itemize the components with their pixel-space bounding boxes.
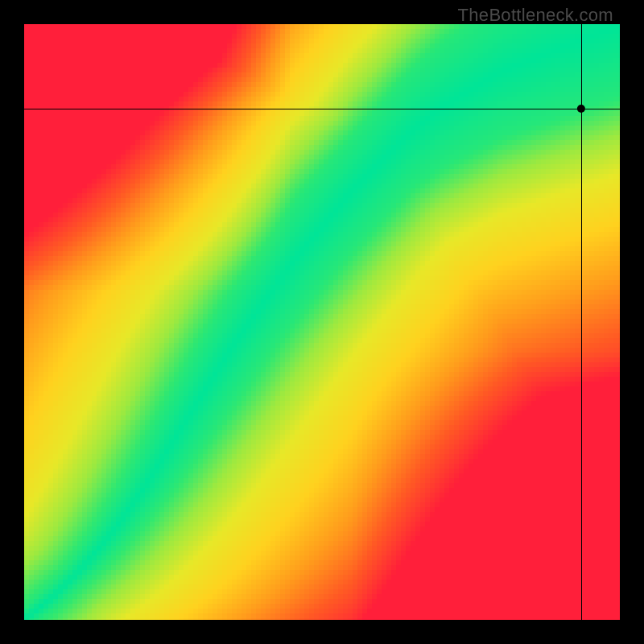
crosshair-overlay [24,24,620,620]
chart-container: TheBottleneck.com [0,0,644,644]
watermark-text: TheBottleneck.com [458,5,613,26]
